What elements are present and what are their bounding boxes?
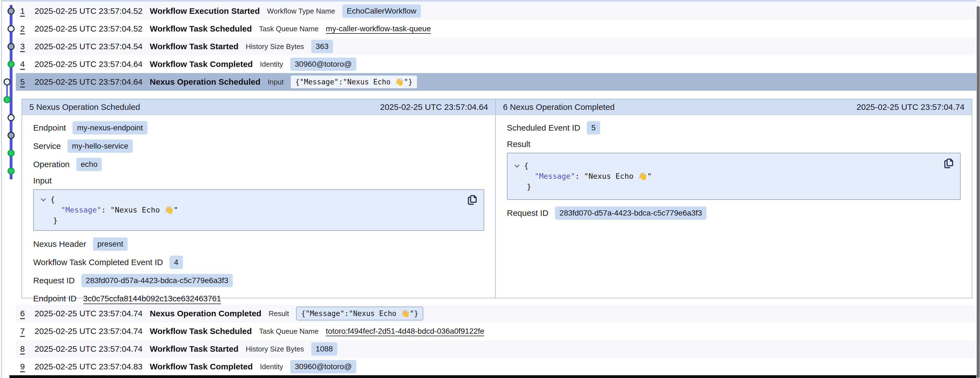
event-id-link[interactable]: 9 [20, 362, 27, 372]
json-line: } [524, 182, 935, 192]
detail-value-badge: 363 [311, 40, 333, 53]
nexus-operation-completed-panel: 6 Nexus Operation Completed 2025-02-25 U… [495, 99, 972, 298]
event-name: Nexus Operation Completed [150, 309, 261, 318]
workflow-task-completed-event-id-field: Workflow Task Completed Event ID 4 [33, 256, 484, 269]
task-queue-link[interactable]: my-caller-workflow-task-queue [326, 24, 431, 33]
event-name: Workflow Task Scheduled [150, 327, 252, 336]
json-key: "Message" [61, 206, 101, 214]
detail-label: History Size Bytes [246, 42, 304, 51]
event-name: Workflow Execution Started [150, 6, 260, 16]
detail-label: Identity [260, 60, 283, 69]
event-row-9[interactable]: 9 2025-02-25 UTC 23:57:04.83 Workflow Ta… [16, 358, 977, 375]
result-section-label: Result [507, 139, 961, 149]
field-label: Endpoint [33, 123, 66, 132]
nexus-operation-scheduled-panel: 5 Nexus Operation Scheduled 2025-02-25 U… [22, 99, 495, 298]
nexus-header-badge: present [93, 238, 127, 251]
event-row-1[interactable]: 1 2025-02-25 UTC 23:57:04.52 Workflow Ex… [16, 2, 977, 20]
input-json-block: { "Message": "Nexus Echo 👋" } [33, 189, 484, 231]
event-row-5-selected[interactable]: 5 2025-02-25 UTC 23:57:04.64 Nexus Opera… [16, 73, 977, 91]
event-name: Workflow Task Scheduled [150, 24, 252, 33]
event-timestamp: 2025-02-25 UTC 23:57:04.74 [35, 327, 143, 336]
timeline-dot [8, 168, 14, 174]
event-row-2[interactable]: 2 2025-02-25 UTC 23:57:04.52 Workflow Ta… [16, 20, 977, 38]
scrollbar-track[interactable] [977, 0, 980, 378]
detail-label: Task Queue Name [259, 25, 318, 33]
result-payload-badge: {"Message":"Nexus Echo 👋"} [296, 306, 423, 321]
field-label: Endpoint ID [33, 294, 76, 303]
operation-field: Operation echo [33, 158, 484, 171]
event-id-link[interactable]: 4 [20, 59, 27, 69]
event-timestamp: 2025-02-25 UTC 23:57:04.54 [35, 42, 143, 51]
collapse-chevron-icon[interactable] [41, 197, 45, 201]
detail-label: Identity [260, 362, 283, 371]
endpoint-id-link[interactable]: 3c0c75ccfa8144b092c13ce632463761 [83, 294, 221, 303]
event-id-link[interactable]: 1 [20, 6, 27, 16]
detail-label: Task Queue Name [259, 327, 318, 336]
input-section-label: Input [33, 176, 484, 185]
event-timestamp: 2025-02-25 UTC 23:57:04.52 [35, 24, 143, 33]
input-payload-badge: {"Message":"Nexus Echo 👋"} [291, 75, 417, 88]
field-label: Scheduled Event ID [507, 123, 580, 132]
scheduled-event-id-badge: 5 [587, 121, 600, 134]
event-id-link[interactable]: 3 [20, 42, 27, 51]
json-line: "Message": "Nexus Echo 👋" [524, 171, 935, 182]
detail-value-badge: 30960@totoro@ [290, 57, 356, 71]
field-label: Request ID [33, 276, 75, 285]
panel-timestamp: 2025-02-25 UTC 23:57:04.74 [857, 102, 964, 112]
json-key: "Message" [535, 172, 575, 180]
event-id-link[interactable]: 8 [20, 344, 27, 354]
timeline-dot-branch [4, 97, 10, 103]
request-id-field: Request ID 283fd070-d57a-4423-bdca-c5c77… [507, 206, 961, 220]
timeline-dot [8, 61, 14, 67]
detail-label: Input [267, 78, 283, 86]
event-timestamp: 2025-02-25 UTC 23:57:04.64 [35, 59, 143, 69]
request-id-badge: 283fd070-d57a-4423-bdca-c5c779e6a3f3 [555, 206, 706, 220]
request-id-field: Request ID 283fd070-d57a-4423-bdca-c5c77… [33, 274, 484, 287]
json-line: "Message": "Nexus Echo 👋" [50, 205, 459, 215]
json-separator: : [575, 172, 584, 180]
event-row-7[interactable]: 7 2025-02-25 UTC 23:57:04.74 Workflow Ta… [16, 322, 977, 340]
event-id-link[interactable]: 6 [20, 309, 27, 318]
field-label: Workflow Task Completed Event ID [33, 258, 163, 267]
copy-icon[interactable] [467, 194, 477, 206]
event-id-link[interactable]: 5 [20, 77, 27, 87]
field-label: Operation [33, 159, 70, 169]
event-detail-panels: 5 Nexus Operation Scheduled 2025-02-25 U… [22, 99, 972, 298]
service-badge: my-hello-service [67, 139, 133, 153]
event-id-link[interactable]: 7 [20, 327, 27, 336]
scheduled-event-id-field: Scheduled Event ID 5 [507, 121, 961, 134]
event-row-6[interactable]: 6 2025-02-25 UTC 23:57:04.74 Nexus Opera… [16, 305, 977, 322]
event-timestamp: 2025-02-25 UTC 23:57:04.83 [35, 362, 143, 372]
top-divider [2, 0, 977, 2]
panel-header[interactable]: 6 Nexus Operation Completed 2025-02-25 U… [496, 99, 972, 115]
json-separator: : [101, 206, 110, 214]
task-queue-link[interactable]: totoro:f494fecf-2d51-4d48-bdcd-036a0f912… [326, 327, 484, 336]
detail-label: Workflow Type Name [267, 7, 335, 16]
event-row-8[interactable]: 8 2025-02-25 UTC 23:57:04.74 Workflow Ta… [16, 340, 977, 358]
detail-label: History Size Bytes [246, 345, 304, 353]
json-line: { [524, 161, 935, 171]
timeline-dot [8, 8, 14, 14]
json-line: { [50, 194, 459, 205]
timeline-dot [8, 150, 14, 156]
event-row-3[interactable]: 3 2025-02-25 UTC 23:57:04.54 Workflow Ta… [16, 38, 977, 55]
endpoint-badge: my-nexus-endpoint [73, 121, 147, 134]
event-id-link[interactable]: 2 [20, 24, 27, 33]
detail-value-badge: EchoCallerWorkflow [342, 5, 421, 18]
panel-header[interactable]: 5 Nexus Operation Scheduled 2025-02-25 U… [22, 99, 495, 115]
panel-body: Scheduled Event ID 5 Result { "Message":… [496, 115, 972, 231]
field-label: Request ID [507, 208, 548, 218]
json-value: "Nexus Echo 👋" [110, 206, 178, 214]
event-row-4[interactable]: 4 2025-02-25 UTC 23:57:04.64 Workflow Ta… [16, 55, 977, 73]
result-json-block: { "Message": "Nexus Echo 👋" } [507, 153, 961, 200]
collapse-chevron-icon[interactable] [515, 163, 519, 168]
scrollbar-thumb[interactable] [977, 6, 980, 378]
copy-icon[interactable] [943, 158, 954, 169]
operation-badge: echo [76, 158, 102, 171]
event-timestamp: 2025-02-25 UTC 23:57:04.52 [35, 6, 143, 16]
event-name: Workflow Task Started [150, 344, 239, 354]
json-value: "Nexus Echo 👋" [584, 172, 652, 180]
event-name: Workflow Task Completed [150, 362, 253, 372]
endpoint-field: Endpoint my-nexus-endpoint [33, 121, 484, 134]
field-label: Nexus Header [33, 239, 86, 249]
